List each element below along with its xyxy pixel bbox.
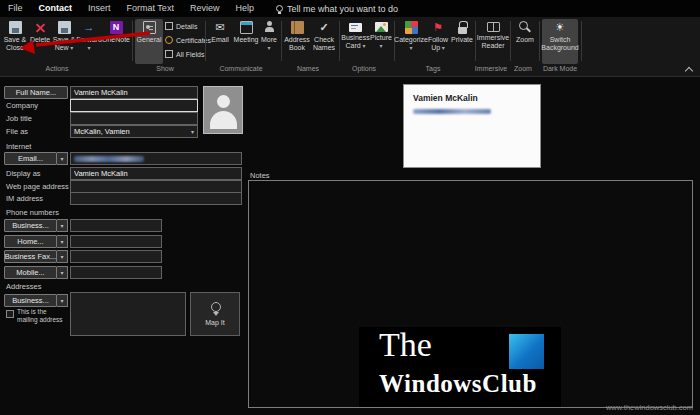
- group-separator: [281, 21, 282, 61]
- private-button[interactable]: Private: [451, 19, 473, 64]
- phone-business-button[interactable]: Business...: [4, 219, 57, 232]
- calendar-icon: [240, 21, 253, 34]
- email-field-redacted[interactable]: [70, 152, 242, 165]
- certificates-button[interactable]: Certificates: [165, 34, 209, 46]
- tab-format-text[interactable]: Format Text: [119, 0, 182, 17]
- switch-background-button[interactable]: Switch Background: [542, 19, 578, 64]
- im-address-field[interactable]: [70, 192, 242, 205]
- contact-photo-placeholder[interactable]: [203, 86, 243, 134]
- phone-business-dropdown[interactable]: [57, 219, 68, 232]
- follow-up-button[interactable]: Follow Up: [426, 19, 450, 64]
- phone-business-fax-button[interactable]: Business Fax...: [4, 250, 57, 263]
- phone-home-button[interactable]: Home...: [4, 235, 57, 248]
- details-label: Details: [176, 23, 197, 30]
- display-as-label: Display as: [6, 169, 41, 179]
- phone-business-fax-dropdown[interactable]: [57, 250, 68, 263]
- file-as-value: McKalin, Vamien: [74, 127, 130, 136]
- categorize-icon: [405, 21, 418, 34]
- tab-help[interactable]: Help: [227, 0, 262, 17]
- map-pin-icon: [210, 302, 221, 316]
- addresses-header: Addresses: [6, 282, 41, 292]
- sun-icon: [554, 21, 567, 34]
- magnifier-icon: [519, 21, 532, 34]
- group-label-options: Options: [352, 65, 376, 72]
- tab-contact[interactable]: Contact: [31, 0, 81, 17]
- phone-home-dropdown[interactable]: [57, 235, 68, 248]
- email-field-button[interactable]: Email...: [4, 152, 57, 165]
- company-label: Company: [6, 101, 38, 111]
- all-fields-button[interactable]: All Fields: [165, 48, 209, 60]
- display-as-field[interactable]: [70, 167, 242, 180]
- business-card-button[interactable]: Business Card: [342, 19, 369, 64]
- phone-home-field[interactable]: [70, 235, 162, 248]
- picture-button[interactable]: Picture: [370, 19, 392, 64]
- phone-mobile-dropdown[interactable]: [57, 266, 68, 279]
- address-book-button[interactable]: Address Book: [284, 19, 310, 64]
- group-label-immersive: Immersive: [475, 65, 507, 72]
- group-separator: [510, 21, 511, 61]
- details-icon: [165, 22, 173, 30]
- tab-insert[interactable]: Insert: [80, 0, 119, 17]
- tab-file[interactable]: File: [0, 0, 31, 17]
- meeting-label: Meeting: [234, 36, 259, 44]
- onenote-button[interactable]: OneNote: [102, 19, 130, 64]
- watermark-url: www.thewindowsclub.com: [606, 403, 693, 412]
- email-dropdown-button[interactable]: [57, 152, 68, 165]
- save-close-button[interactable]: Save & Close: [2, 19, 28, 64]
- address-business-dropdown[interactable]: [57, 294, 68, 307]
- internet-header: Internet: [6, 142, 31, 152]
- business-card-redacted-email: [413, 109, 491, 114]
- map-it-button[interactable]: Map It: [190, 292, 240, 336]
- full-name-field[interactable]: [70, 86, 198, 99]
- delete-label: Delete: [30, 36, 50, 44]
- meeting-button[interactable]: Meeting: [233, 19, 259, 64]
- person-icon: [263, 21, 276, 34]
- save-new-icon: [58, 21, 71, 34]
- address-business-button[interactable]: Business...: [4, 294, 57, 307]
- collapse-ribbon-chevron-icon[interactable]: [685, 67, 693, 75]
- mailing-address-checkbox[interactable]: [6, 310, 14, 318]
- checkmark-icon: [318, 21, 331, 34]
- company-field[interactable]: [70, 99, 198, 112]
- phone-numbers-header: Phone numbers: [6, 208, 59, 218]
- categorize-label: Categorize: [394, 36, 428, 52]
- delete-button[interactable]: Delete: [29, 19, 51, 64]
- full-name-button[interactable]: Full Name...: [4, 86, 68, 99]
- categorize-button[interactable]: Categorize: [397, 19, 425, 64]
- save-close-label: Save & Close: [4, 36, 27, 52]
- web-page-label: Web page address: [6, 182, 69, 192]
- immersive-reader-label: Immersive Reader: [477, 34, 509, 50]
- lightbulb-icon: [276, 5, 283, 12]
- phone-mobile-button[interactable]: Mobile...: [4, 266, 57, 279]
- phone-mobile-field[interactable]: [70, 266, 162, 279]
- immersive-reader-button[interactable]: Immersive Reader: [478, 19, 508, 64]
- more-button[interactable]: More: [260, 19, 278, 64]
- check-names-button[interactable]: Check Names: [311, 19, 337, 64]
- tell-me-box[interactable]: Tell me what you want to do: [276, 4, 398, 14]
- general-label: General: [137, 36, 162, 44]
- map-it-label: Map It: [205, 319, 224, 326]
- picture-label: Picture: [370, 34, 392, 50]
- forward-button[interactable]: Forward: [77, 19, 101, 64]
- email-button[interactable]: Email: [208, 19, 232, 64]
- tab-review[interactable]: Review: [182, 0, 228, 17]
- zoom-button[interactable]: Zoom: [513, 19, 537, 64]
- group-separator: [539, 21, 540, 61]
- private-label: Private: [451, 36, 473, 44]
- phone-business-field[interactable]: [70, 219, 162, 232]
- delete-x-icon: [34, 21, 47, 34]
- address-textarea[interactable]: [70, 292, 186, 336]
- forward-arrow-icon: [83, 21, 96, 34]
- notes-area[interactable]: The WindowsClub: [248, 180, 693, 408]
- details-button[interactable]: Details: [165, 20, 209, 32]
- envelope-icon: [214, 21, 227, 34]
- file-as-select[interactable]: McKalin, Vamien: [70, 125, 198, 138]
- outlook-contact-window: File Contact Insert Format Text Review H…: [0, 0, 700, 415]
- job-title-field[interactable]: [70, 112, 198, 125]
- all-fields-icon: [165, 50, 173, 58]
- phone-business-fax-field[interactable]: [70, 250, 162, 263]
- forward-label: Forward: [76, 36, 102, 52]
- all-fields-label: All Fields: [176, 51, 204, 58]
- save-new-button[interactable]: Save & New: [52, 19, 76, 64]
- general-button[interactable]: General: [135, 19, 163, 64]
